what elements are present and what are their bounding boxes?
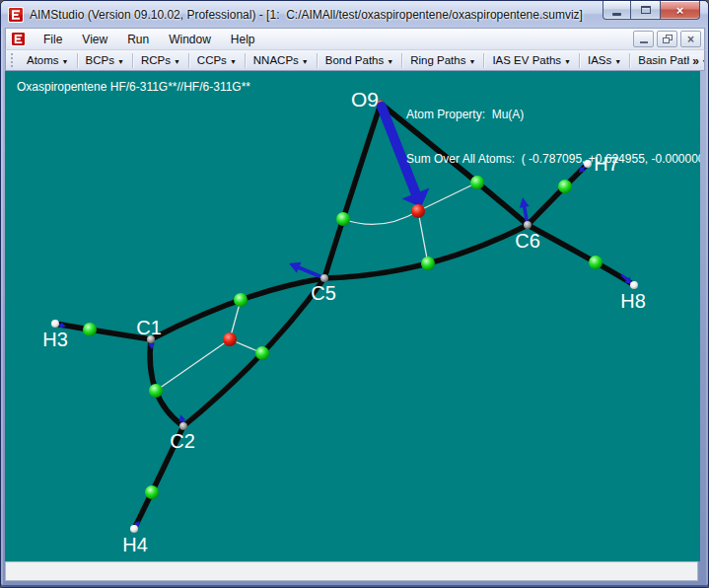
menu-items: FileViewRunWindowHelp [34, 29, 265, 49]
dropdown-arrow-icon: ▼ [174, 58, 180, 65]
dropdown-arrow-icon: ▼ [387, 58, 393, 65]
sum-over-atoms-line: Sum Over All Atoms: ( -0.787095, +0.6249… [406, 152, 700, 167]
bond-path-c5-c2 [183, 278, 324, 426]
toolbar-separator [188, 53, 189, 68]
atom-label-c5: C5 [311, 282, 336, 304]
toolbar-button-ccps[interactable]: CCPs▼ [191, 51, 243, 70]
dropdown-arrow-icon: ▼ [62, 58, 69, 65]
menu-bar: FileViewRunWindowHelp × [5, 28, 705, 49]
document-window-controls: × [630, 31, 701, 47]
bcp-sphere[interactable] [145, 485, 159, 499]
mu-arrow-head-c6 [520, 197, 530, 208]
dropdown-arrow-icon: ▼ [117, 58, 124, 65]
minimize-icon [612, 13, 621, 16]
rcp-sphere[interactable] [223, 332, 237, 346]
close-icon: × [676, 4, 684, 17]
toolbar-separator [132, 53, 133, 68]
ring-path [156, 339, 230, 391]
atom-label-h8: H8 [620, 290, 646, 312]
atom-sphere-c5[interactable] [320, 274, 328, 282]
toolbar-separator [77, 53, 78, 68]
toolbar-separator [579, 53, 580, 68]
toolbar-button-rcps[interactable]: RCPs▼ [135, 51, 186, 70]
menu-item-help[interactable]: Help [221, 30, 265, 49]
aimstudio-window: AIMStudio (Version 09.10.02, Professiona… [0, 0, 709, 588]
bcp-sphere[interactable] [255, 346, 269, 360]
menu-item-window[interactable]: Window [159, 30, 221, 49]
menu-item-file[interactable]: File [34, 30, 72, 49]
minimize-button[interactable] [603, 1, 631, 20]
status-bar [5, 561, 698, 581]
atom-sphere-h8[interactable] [630, 281, 638, 289]
maximize-icon [641, 6, 651, 14]
atom-sphere-c6[interactable] [524, 221, 532, 229]
restore-icon [663, 35, 673, 43]
atom-property-readout: Atom Property: Mu(A) Sum Over All Atoms:… [406, 78, 700, 196]
bcp-sphere[interactable] [234, 293, 248, 307]
document-restore-button[interactable] [657, 31, 677, 47]
title-bar: AIMStudio (Version 09.10.02, Professiona… [1, 1, 708, 28]
minimize-icon [640, 41, 648, 43]
dropdown-arrow-icon: ▼ [230, 58, 237, 65]
bcp-sphere[interactable] [83, 323, 97, 336]
toolbar-overflow-chevron[interactable]: » [689, 54, 702, 68]
toolbar-separator [629, 53, 630, 68]
mu-arrow-head-c2 [179, 414, 186, 422]
atom-label-c2: C2 [170, 430, 195, 452]
toolbar-button-iass[interactable]: IASs▼ [582, 51, 627, 70]
document-minimize-button[interactable] [633, 31, 654, 47]
atom-label-h3: H3 [42, 329, 68, 350]
atom-sphere-c2[interactable] [179, 422, 187, 430]
atom-label-c6: C6 [515, 230, 540, 252]
toolbar: Atoms▼BCPs▼RCPs▼CCPs▼NNACPs▼Bond Paths▼R… [5, 49, 705, 71]
dropdown-arrow-icon: ▼ [614, 58, 621, 65]
dropdown-arrow-icon: ▼ [302, 58, 309, 65]
mu-arrow-shaft-c5 [299, 267, 324, 278]
toolbar-button-atoms[interactable]: Atoms▼ [21, 51, 75, 70]
atom-label-c1: C1 [136, 317, 162, 338]
dropdown-arrow-icon: ▼ [564, 58, 571, 65]
toolbar-separator [317, 53, 318, 68]
toolbar-grip[interactable] [11, 53, 16, 67]
atom-sphere-h4[interactable] [130, 525, 138, 533]
atom-label-h4: H4 [122, 534, 148, 555]
close-icon: × [687, 34, 694, 45]
rcp-sphere[interactable] [411, 204, 425, 218]
toolbar-button-nnacps[interactable]: NNACPs▼ [248, 51, 315, 70]
bcp-sphere[interactable] [589, 256, 603, 269]
ring-path [418, 211, 428, 263]
bond-path-o9-c5 [324, 104, 381, 278]
toolbar-separator [483, 53, 484, 68]
document-icon [11, 32, 26, 46]
toolbar-separator [245, 53, 246, 68]
bond-path-c6-h8 [528, 225, 634, 285]
toolbar-buttons: Atoms▼BCPs▼RCPs▼CCPs▼NNACPs▼Bond Paths▼R… [21, 50, 704, 70]
toolbar-separator [401, 53, 402, 68]
toolbar-button-bond-paths[interactable]: Bond Paths▼ [319, 51, 399, 70]
menu-item-run[interactable]: Run [117, 30, 159, 49]
atom-property-line: Atom Property: Mu(A) [406, 108, 700, 122]
viewport[interactable]: O9C1C2C5C6H3H4H7H8 Oxaspiropentene HF/6-… [5, 71, 700, 561]
toolbar-button-bcps[interactable]: BCPs▼ [80, 51, 130, 70]
menu-item-view[interactable]: View [72, 30, 117, 49]
ring-path [343, 211, 418, 224]
dropdown-arrow-icon: ▼ [468, 58, 475, 65]
window-controls: × [603, 1, 700, 20]
bcp-sphere[interactable] [421, 257, 435, 270]
atom-sphere-h3[interactable] [51, 320, 59, 328]
document-close-button[interactable]: × [680, 31, 701, 47]
toolbar-button-ring-paths[interactable]: Ring Paths▼ [404, 51, 481, 70]
close-button[interactable]: × [660, 1, 700, 20]
bcp-sphere[interactable] [336, 212, 350, 226]
molecule-caption: Oxaspiropentene HF/6-311G**//HF/6-311G** [17, 80, 250, 94]
bcp-sphere[interactable] [149, 384, 163, 398]
app-icon [8, 7, 24, 23]
maximize-button[interactable] [631, 1, 660, 20]
toolbar-button-ias-ev-paths[interactable]: IAS EV Paths▼ [486, 51, 577, 70]
atom-label-o9: O9 [351, 88, 379, 110]
